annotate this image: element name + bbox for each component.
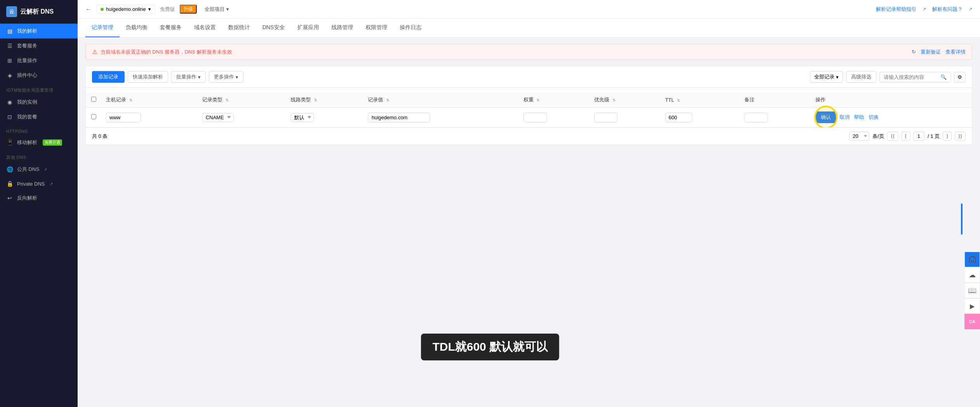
batch-op-icon: ⊞ <box>6 57 13 64</box>
sort-line-type-icon[interactable]: ⇅ <box>314 98 317 102</box>
tab-route-manage[interactable]: 线路管理 <box>325 19 359 37</box>
sidebar-item-reverse-dns[interactable]: ↩ 反向解析 <box>0 191 78 205</box>
line-type-cell: 默认 境内 境外 <box>286 108 363 127</box>
host-input[interactable] <box>106 113 141 122</box>
batch-op-dropdown-icon: ▾ <box>198 74 201 80</box>
plan-info: 免费版 <box>160 6 175 13</box>
help-link[interactable]: 解析记录帮助指引 <box>876 6 916 13</box>
weight-cell <box>519 108 590 127</box>
quick-add-button[interactable]: 快速添加解析 <box>128 71 168 83</box>
ca-label: CA <box>969 319 975 324</box>
sidebar-item-my-package[interactable]: ⊡ 我的套餐 <box>0 110 78 124</box>
nav-tabs: 记录管理 负载均衡 套餐服务 域名设置 数据统计 DNS安全 扩展应用 线路管理… <box>78 19 980 38</box>
cancel-button[interactable]: 取消 <box>838 114 851 121</box>
tab-op-log[interactable]: 操作日志 <box>394 19 428 37</box>
headset-button[interactable]: 🎧 <box>964 252 980 267</box>
revalidate-link[interactable]: 重新验证 <box>921 49 941 56</box>
problem-link[interactable]: 解析有问题？ <box>932 6 963 13</box>
tab-load-balance[interactable]: 负载均衡 <box>120 19 154 37</box>
all-records-filter[interactable]: 全部记录 ▾ <box>810 71 843 83</box>
total-count: 共 0 条 <box>92 133 108 140</box>
settings-icon: ⚙ <box>957 74 962 80</box>
priority-input[interactable] <box>594 113 617 122</box>
th-ttl: TTL ⇅ <box>661 92 740 108</box>
batch-op-button[interactable]: 批量操作 ▾ <box>171 71 206 83</box>
last-page-button[interactable]: ⟩⟩ <box>955 132 966 141</box>
first-page-button[interactable]: ⟨⟨ <box>887 132 898 141</box>
play-button[interactable]: ▶ <box>964 298 980 314</box>
warning-right: ↻ 重新验证 查看详情 <box>912 49 966 56</box>
sidebar-item-plugin-center[interactable]: ◈ 插件中心 <box>0 68 78 83</box>
record-type-select[interactable]: CNAME A AAAA MX TXT <box>202 113 234 122</box>
more-op-button[interactable]: 更多操作 ▾ <box>209 71 243 83</box>
sort-host-icon[interactable]: ⇅ <box>129 98 132 102</box>
checkbox-header <box>86 92 101 108</box>
advanced-filter-button[interactable]: 高级筛选 <box>846 71 876 83</box>
line-type-select[interactable]: 默认 境内 境外 <box>291 113 314 122</box>
tab-package-service[interactable]: 套餐服务 <box>154 19 188 37</box>
sort-record-type-icon[interactable]: ⇅ <box>225 98 229 102</box>
operation-cell: 确认 取消 帮助 切换 <box>811 108 972 127</box>
project-selector[interactable]: 全部项目 ▾ <box>205 6 229 13</box>
upgrade-button[interactable]: 升级 <box>180 5 197 14</box>
page-size-select[interactable]: 20 50 100 <box>849 132 869 141</box>
next-page-button[interactable]: ⟩ <box>943 132 952 141</box>
warning-banner: ⚠ 当前域名未设置正确的 DNS 服务器，DNS 解析服务未生效 ↻ 重新验证 … <box>85 44 972 60</box>
add-record-button[interactable]: 添加记录 <box>92 71 125 83</box>
tab-data-stats[interactable]: 数据统计 <box>222 19 256 37</box>
select-all-checkbox[interactable] <box>91 97 96 102</box>
tab-extend-app[interactable]: 扩展应用 <box>291 19 325 37</box>
refresh-icon: ↻ <box>912 49 916 55</box>
sidebar-item-my-resolution[interactable]: ▤ 我的解析 <box>0 24 78 38</box>
cloud-button[interactable]: ☁ <box>964 267 980 283</box>
float-buttons: 🎧 ☁ 📖 ▶ CA <box>964 252 980 329</box>
subtitle-text: TDL就600 默认就可以 <box>432 340 548 353</box>
table-settings-button[interactable]: ⚙ <box>954 72 966 82</box>
sort-weight-icon[interactable]: ⇅ <box>536 98 539 102</box>
sort-ttl-icon[interactable]: ⇅ <box>677 98 680 103</box>
row-checkbox-cell <box>86 108 101 127</box>
tab-domain-settings[interactable]: 域名设置 <box>188 19 222 37</box>
ttl-input[interactable] <box>665 113 692 122</box>
package-icon: ⊡ <box>6 114 13 120</box>
remark-input[interactable] <box>744 113 768 122</box>
book-button[interactable]: 📖 <box>964 283 980 298</box>
project-dropdown-icon: ▾ <box>226 6 229 12</box>
sidebar-item-my-instance[interactable]: ◉ 我的实例 <box>0 95 78 110</box>
sidebar-item-public-dns[interactable]: 🌐 公共 DNS ↗ <box>0 162 78 177</box>
total-pages-label: / 1 页 <box>928 133 940 140</box>
sidebar-item-batch-operation[interactable]: ⊞ 批量操作 <box>0 53 78 68</box>
book-icon: 📖 <box>968 286 977 295</box>
domain-status-dot <box>101 8 104 11</box>
plugin-icon: ◈ <box>6 72 13 78</box>
section-other-dns: 其他 DNS <box>0 150 78 162</box>
sidebar-item-package-service[interactable]: ☰ 套餐服务 <box>0 38 78 53</box>
sidebar-item-mobile-dns[interactable]: 📱 移动解析 免费开通 <box>0 135 78 150</box>
remark-cell <box>740 108 811 127</box>
ca-button[interactable]: CA <box>964 314 980 329</box>
sort-record-value-icon[interactable]: ⇅ <box>386 98 389 102</box>
sort-priority-icon[interactable]: ⇅ <box>612 98 616 102</box>
back-button[interactable]: ← <box>85 6 92 13</box>
search-input[interactable] <box>884 74 938 80</box>
sidebar-item-label: 我的解析 <box>17 28 37 35</box>
row-checkbox[interactable] <box>91 114 96 119</box>
help-button[interactable]: 帮助 <box>852 114 866 121</box>
record-value-input[interactable] <box>368 113 430 122</box>
section-httpdns: HTTPDNS <box>0 124 78 135</box>
records-table: 主机记录 ⇅ 记录类型 ⇅ 线路类型 ⇅ <box>86 92 972 127</box>
table-header-row: 主机记录 ⇅ 记录类型 ⇅ 线路类型 ⇅ <box>86 92 972 108</box>
prev-page-button[interactable]: ⟨ <box>901 132 910 141</box>
switch-button[interactable]: 切换 <box>867 114 880 121</box>
view-detail-link[interactable]: 查看详情 <box>945 49 966 56</box>
topbar: ← huigedemo.online ▾ 免费版 升级 全部项目 ▾ 解析记录帮… <box>78 0 980 19</box>
confirm-button[interactable]: 确认 <box>815 111 836 123</box>
sidebar-item-private-dns[interactable]: 🔒 Private DNS ↗ <box>0 177 78 191</box>
host-cell <box>101 108 198 127</box>
search-icon[interactable]: 🔍 <box>940 74 947 80</box>
tab-auth-manage[interactable]: 权限管理 <box>359 19 394 37</box>
tab-record-manage[interactable]: 记录管理 <box>85 19 120 37</box>
tab-dns-security[interactable]: DNS安全 <box>256 19 291 37</box>
weight-input[interactable] <box>524 113 547 122</box>
domain-selector[interactable]: huigedemo.online ▾ <box>96 5 155 14</box>
